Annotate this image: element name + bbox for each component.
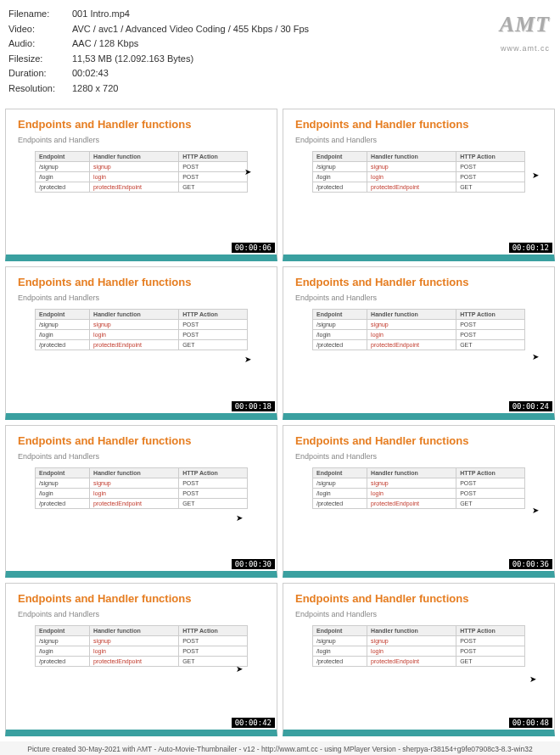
meta-video: Video: AVC / avc1 / Advanced Video Codin… <box>8 22 552 37</box>
col-endpoint: Endpoint <box>313 310 367 320</box>
thumbnail[interactable]: Endpoints and Handler functions Endpoint… <box>5 266 277 420</box>
meta-label: Filesize: <box>8 52 72 67</box>
cell-endpoint: /protected <box>313 340 367 350</box>
watermark-title: AMT <box>500 7 550 42</box>
meta-value: 00:02:43 <box>72 66 109 81</box>
timestamp-badge: 00:00:42 <box>232 718 275 728</box>
col-handler: Handler function <box>90 151 179 161</box>
table-row: /protectedprotectedEndpointGET <box>313 340 525 350</box>
timestamp-badge: 00:00:24 <box>509 401 552 411</box>
col-endpoint: Endpoint <box>36 467 90 478</box>
cell-handler: protectedEndpoint <box>90 340 179 350</box>
cell-handler: login <box>90 330 179 340</box>
slide-subtitle: Endpoints and Handlers <box>295 136 542 144</box>
cell-handler: signup <box>367 320 456 330</box>
thumbnail[interactable]: Endpoints and Handler functions Endpoint… <box>5 583 277 736</box>
cell-handler: login <box>90 646 179 657</box>
cursor-icon: ➤ <box>532 171 539 180</box>
metadata-header: AMT www.amt.cc Filename: 001 Intro.mp4 V… <box>0 0 560 103</box>
slide-title: Endpoints and Handler functions <box>18 592 265 605</box>
footer-text: Picture created 30-May-2021 with AMT - A… <box>0 741 560 755</box>
thumbnail[interactable]: Endpoints and Handler functions Endpoint… <box>5 425 277 579</box>
cursor-icon: ➤ <box>236 513 243 523</box>
cell-endpoint: /login <box>313 488 367 498</box>
slide-title: Endpoints and Handler functions <box>18 276 265 288</box>
col-endpoint: Endpoint <box>36 626 90 636</box>
cursor-icon: ➤ <box>532 352 539 361</box>
cell-action: POST <box>179 478 248 488</box>
cell-action: POST <box>456 171 525 182</box>
slide-title: Endpoints and Handler functions <box>18 434 265 447</box>
cell-endpoint: /login <box>36 488 90 498</box>
table-row: /loginloginPOST <box>36 488 248 498</box>
col-handler: Handler function <box>90 467 179 478</box>
cell-handler: protectedEndpoint <box>367 498 456 508</box>
cell-action: POST <box>179 488 248 498</box>
cursor-icon: ➤ <box>244 355 251 364</box>
cell-endpoint: /signup <box>36 320 90 330</box>
cell-handler: protectedEndpoint <box>367 657 456 667</box>
table-row: /signupsignupPOST <box>313 478 525 488</box>
timestamp-badge: 00:00:18 <box>232 401 275 411</box>
thumbnail[interactable]: Endpoints and Handler functions Endpoint… <box>283 266 555 420</box>
cell-endpoint: /login <box>313 171 367 182</box>
endpoints-table: Endpoint Handler function HTTP Action /s… <box>312 309 525 350</box>
meta-value: 11,53 MB (12.092.163 Bytes) <box>72 52 193 67</box>
cell-action: GET <box>456 657 525 667</box>
table-row: /loginloginPOST <box>36 171 248 182</box>
cell-handler: signup <box>90 636 179 646</box>
cell-action: POST <box>456 330 525 340</box>
table-row: /protectedprotectedEndpointGET <box>36 340 248 350</box>
timestamp-badge: 00:00:30 <box>232 559 275 569</box>
col-endpoint: Endpoint <box>313 151 367 161</box>
cell-action: POST <box>179 646 248 657</box>
endpoints-table: Endpoint Handler function HTTP Action /s… <box>35 467 248 509</box>
col-action: HTTP Action <box>179 310 248 320</box>
cell-action: GET <box>179 498 248 508</box>
cell-action: POST <box>456 161 525 171</box>
slide-content: Endpoints and Handler functions Endpoint… <box>283 584 554 675</box>
col-endpoint: Endpoint <box>313 626 367 636</box>
cell-handler: signup <box>367 161 456 171</box>
cell-handler: login <box>367 488 456 498</box>
meta-label: Duration: <box>8 66 72 81</box>
meta-value: 001 Intro.mp4 <box>72 7 130 22</box>
timestamp-badge: 00:00:12 <box>509 243 552 253</box>
thumbnail[interactable]: Endpoints and Handler functions Endpoint… <box>283 583 555 736</box>
table-row: /signupsignupPOST <box>36 320 248 330</box>
cell-action: POST <box>456 636 525 646</box>
cursor-icon: ➤ <box>532 506 539 515</box>
col-action: HTTP Action <box>179 626 248 636</box>
thumbnail-grid: Endpoints and Handler functions Endpoint… <box>0 103 560 741</box>
slide-title: Endpoints and Handler functions <box>295 592 542 605</box>
cursor-icon: ➤ <box>244 167 251 176</box>
slide-content: Endpoints and Handler functions Endpoint… <box>283 426 554 517</box>
col-handler: Handler function <box>367 467 456 478</box>
thumbnail[interactable]: Endpoints and Handler functions Endpoint… <box>283 109 555 262</box>
cell-endpoint: /signup <box>313 320 367 330</box>
table-row: /protectedprotectedEndpointGET <box>36 498 248 508</box>
cell-action: POST <box>179 330 248 340</box>
cell-endpoint: /protected <box>36 657 90 667</box>
slide-subtitle: Endpoints and Handlers <box>295 610 542 618</box>
cell-handler: login <box>367 330 456 340</box>
cell-endpoint: /signup <box>36 161 90 171</box>
col-handler: Handler function <box>367 310 456 320</box>
endpoints-table: Endpoint Handler function HTTP Action /s… <box>35 151 248 193</box>
watermark-url: www.amt.cc <box>500 42 550 54</box>
cell-handler: protectedEndpoint <box>90 498 179 508</box>
col-action: HTTP Action <box>456 151 525 161</box>
cell-endpoint: /login <box>36 330 90 340</box>
table-row: /protectedprotectedEndpointGET <box>36 182 248 192</box>
cell-handler: login <box>367 646 456 657</box>
endpoints-table: Endpoint Handler function HTTP Action /s… <box>312 467 525 509</box>
cell-endpoint: /protected <box>313 498 367 508</box>
thumbnail[interactable]: Endpoints and Handler functions Endpoint… <box>283 425 555 579</box>
cell-endpoint: /signup <box>36 478 90 488</box>
cell-endpoint: /login <box>313 330 367 340</box>
thumbnail[interactable]: Endpoints and Handler functions Endpoint… <box>5 109 277 262</box>
cell-endpoint: /login <box>313 646 367 657</box>
meta-label: Filename: <box>8 7 72 22</box>
meta-duration: Duration: 00:02:43 <box>8 66 552 81</box>
slide-title: Endpoints and Handler functions <box>18 118 265 131</box>
